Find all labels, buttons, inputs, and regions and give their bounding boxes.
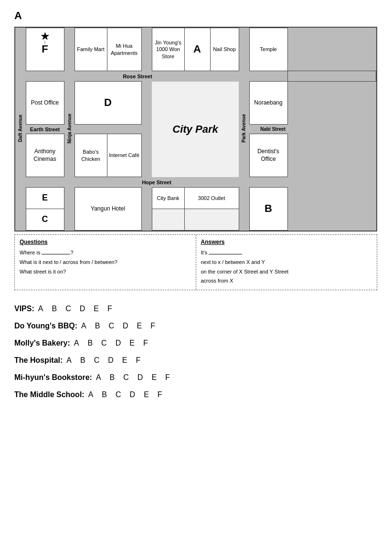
quiz-label-2: Molly's Bakery:: [14, 339, 70, 347]
quiz-option-2-3[interactable]: D: [116, 339, 121, 347]
quiz-option-3-4[interactable]: E: [122, 356, 127, 365]
quiz-option-1-5[interactable]: F: [150, 322, 155, 330]
question-line-2: What is it next to / across from / betwe…: [20, 258, 191, 267]
quiz-option-2-5[interactable]: F: [143, 339, 148, 347]
answers-box: Answers It's next to x / between X and Y…: [196, 235, 377, 290]
quiz-option-1-2[interactable]: C: [108, 322, 114, 330]
quiz-option-3-5[interactable]: F: [136, 356, 140, 365]
quiz-item-3: The Hospital:ABCDEF: [14, 356, 377, 365]
quiz-option-4-2[interactable]: C: [123, 373, 129, 382]
block-A-top: A: [184, 28, 210, 71]
quiz-option-2-1[interactable]: B: [87, 339, 93, 347]
map-container: ★ ↓ F Family Mart Mi Hua Apartments Jin …: [14, 27, 377, 232]
quiz-item-4: Mi-hyun's Bookstore:ABCDEF: [14, 373, 377, 382]
park-avenue-label: Park Avenue: [241, 114, 246, 143]
block-yangun-hotel: Yangun Hotel: [74, 188, 141, 231]
block-family-mart: Family Mart: [74, 28, 107, 71]
page-label: A: [14, 10, 378, 22]
block-babos-chicken: Babo's Chicken: [74, 134, 107, 177]
daft-avenue-label: Daft Avenue: [18, 115, 23, 142]
quiz-option-3-1[interactable]: B: [80, 356, 85, 365]
quiz-option-2-0[interactable]: A: [74, 339, 79, 347]
quiz-option-5-1[interactable]: B: [102, 390, 107, 399]
block-D: D: [74, 82, 141, 125]
block-mi-hua: Mi Hua Apartments: [107, 28, 141, 71]
quiz-option-1-0[interactable]: A: [81, 322, 86, 330]
answer-line-2: next to x / between X and Y: [201, 258, 372, 267]
quiz-option-4-3[interactable]: D: [138, 373, 143, 382]
quiz-option-5-3[interactable]: D: [130, 390, 136, 399]
quiz-option-1-4[interactable]: E: [137, 322, 142, 330]
quiz-option-4-4[interactable]: E: [151, 373, 157, 382]
quiz-option-2-2[interactable]: C: [101, 339, 107, 347]
answers-text: It's next to x / between X and Y on the …: [201, 248, 372, 286]
quiz-option-1-3[interactable]: D: [123, 322, 128, 330]
block-temple: Temple: [249, 28, 287, 71]
quiz-item-2: Molly's Bakery:ABCDEF: [14, 339, 377, 347]
quiz-option-4-5[interactable]: F: [165, 373, 170, 382]
quiz-option-0-1[interactable]: B: [52, 305, 57, 313]
block-city-bank: City Bank: [152, 188, 184, 209]
block-anthony-cinemas: Anthony Cinemas: [26, 134, 64, 177]
quiz-label-4: Mi-hyun's Bookstore:: [14, 373, 92, 382]
quiz-item-1: Do Young's BBQ:ABCDEF: [14, 322, 377, 330]
quiz-item-5: The Middle School:ABCDEF: [14, 390, 377, 399]
earth-street-label: Earth Street: [30, 126, 60, 132]
quiz-options-4: ABCDEF: [96, 373, 170, 382]
quiz-option-5-4[interactable]: E: [144, 390, 149, 399]
quiz-option-1-1[interactable]: B: [95, 322, 100, 330]
question-line-1: Where is ?: [20, 248, 191, 258]
ninja-avenue-label: Ninja Avenue: [67, 114, 72, 144]
questions-box: Questions Where is ? What is it next to …: [15, 235, 196, 290]
quiz-option-0-4[interactable]: E: [94, 305, 99, 313]
quiz-option-3-2[interactable]: C: [94, 356, 100, 365]
quiz-label-5: The Middle School:: [14, 390, 85, 399]
quiz-section: VIPS:ABCDEFDo Young's BBQ:ABCDEFMolly's …: [14, 305, 377, 399]
answer-line-3: on the corner of X Street and Y Street: [201, 267, 372, 277]
hope-street-label: Hope Street: [142, 179, 171, 185]
quiz-option-0-0[interactable]: A: [38, 305, 43, 313]
quiz-option-5-2[interactable]: C: [116, 390, 121, 399]
block-internet-cafe: Internet Café: [107, 134, 141, 177]
quiz-option-5-5[interactable]: F: [158, 390, 162, 399]
rose-street-label: Rose Street: [123, 74, 152, 79]
block-B: B: [249, 188, 287, 231]
quiz-label-3: The Hospital:: [14, 356, 63, 365]
block-jin-young: Jin Young's 1000 Won Store: [152, 28, 184, 71]
quiz-option-5-0[interactable]: A: [88, 390, 94, 399]
questions-title: Questions: [20, 239, 191, 245]
quiz-options-0: ABCDEF: [38, 305, 112, 313]
block-post-office: Post Office: [26, 82, 64, 125]
quiz-options-2: ABCDEF: [74, 339, 148, 347]
answer-line-1: It's: [201, 248, 372, 258]
question-line-3: What street is it on?: [20, 267, 191, 277]
block-3002-outlet: 3002 Outlet: [184, 188, 239, 209]
quiz-label-0: VIPS:: [14, 305, 34, 313]
nabi-street-label: Nabi Street: [260, 126, 286, 132]
quiz-option-4-1[interactable]: B: [110, 373, 115, 382]
block-city-park: City Park: [152, 82, 239, 177]
block-noraebang: Noraebang: [249, 82, 287, 125]
quiz-item-0: VIPS:ABCDEF: [14, 305, 377, 313]
quiz-label-1: Do Young's BBQ:: [14, 322, 77, 330]
block-F: ★ ↓ F: [26, 28, 64, 71]
quiz-option-0-5[interactable]: F: [107, 305, 112, 313]
quiz-option-3-0[interactable]: A: [66, 356, 72, 365]
quiz-options-1: ABCDEF: [81, 322, 155, 330]
quiz-option-3-3[interactable]: D: [108, 356, 114, 365]
block-nail-shop: Nail Shop: [210, 28, 239, 71]
block-C: C: [26, 209, 64, 231]
answer-line-4: across from X: [201, 276, 372, 286]
qa-container: Questions Where is ? What is it next to …: [14, 234, 377, 290]
answers-title: Answers: [201, 239, 372, 245]
block-E: E: [26, 188, 64, 209]
quiz-options-5: ABCDEF: [88, 390, 162, 399]
questions-text: Where is ? What is it next to / across f…: [20, 248, 191, 276]
quiz-option-4-0[interactable]: A: [96, 373, 101, 382]
block-dentists-office: Dentist's Office: [249, 134, 287, 177]
quiz-options-3: ABCDEF: [66, 356, 140, 365]
quiz-option-2-4[interactable]: E: [129, 339, 135, 347]
quiz-option-0-3[interactable]: D: [80, 305, 85, 313]
quiz-option-0-2[interactable]: C: [65, 305, 71, 313]
